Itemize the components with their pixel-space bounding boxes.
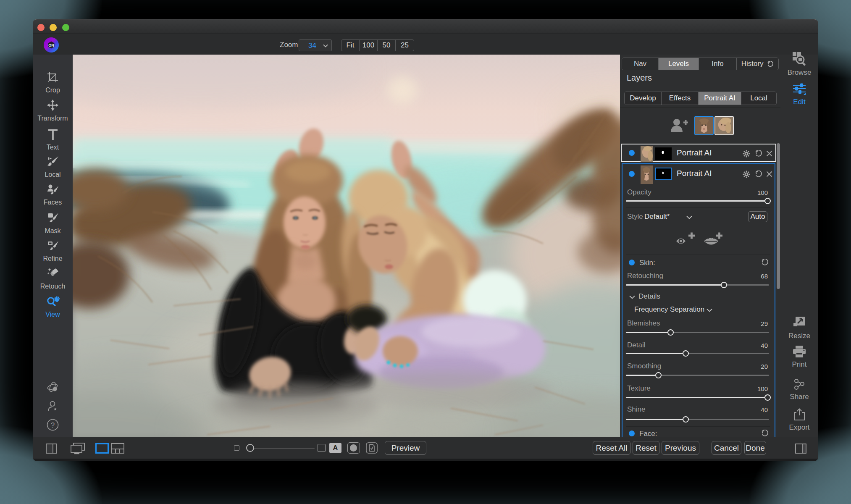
svg-text:ON: ON bbox=[48, 43, 54, 47]
svg-text:?: ? bbox=[51, 421, 55, 429]
